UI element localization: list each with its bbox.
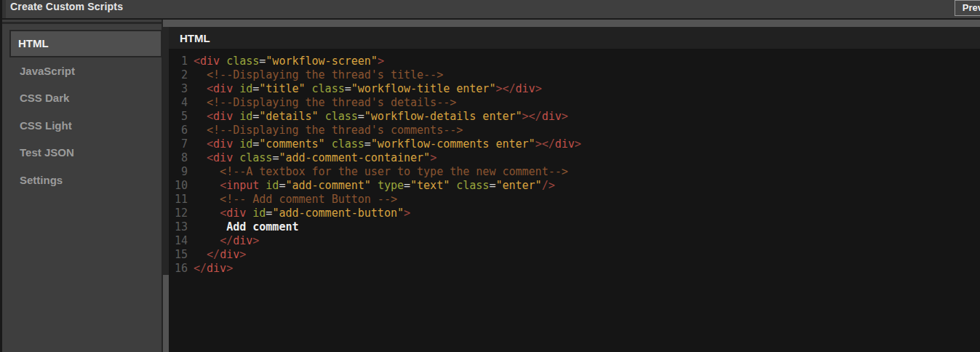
code-line-content: <div id="details" class="workflow-detail… xyxy=(194,110,568,124)
code-line[interactable]: 16</div> xyxy=(169,262,980,276)
sidebar-item-css-dark[interactable]: CSS Dark xyxy=(2,84,162,112)
line-number: 7 xyxy=(169,137,188,151)
line-number: 6 xyxy=(169,124,188,137)
code-line-content: <div id="title" class="workflow-title en… xyxy=(194,82,542,96)
sidebar-scrollbar[interactable] xyxy=(163,27,169,352)
code-line[interactable]: 12 <div id="add-comment-button"> xyxy=(169,207,980,220)
code-line-content: <div class="workflow-screen"> xyxy=(194,55,384,68)
line-number: 3 xyxy=(169,82,188,96)
line-number: 14 xyxy=(169,234,188,248)
sidebar: HTMLJavaScriptCSS DarkCSS LightTest JSON… xyxy=(2,20,163,352)
line-number: 4 xyxy=(169,96,188,110)
code-line-content: <div id="comments" class="workflow-comme… xyxy=(194,137,581,151)
line-number: 8 xyxy=(169,151,188,165)
sidebar-top-border xyxy=(2,22,162,24)
sidebar-item-label: CSS Light xyxy=(20,119,72,132)
code-line[interactable]: 11 <!-- Add comment Button --> xyxy=(169,193,980,207)
code-line[interactable]: 9 <!--A textbox for the user to type the… xyxy=(169,165,980,179)
sidebar-item-label: Test JSON xyxy=(20,146,74,159)
sidebar-item-label: Settings xyxy=(20,174,63,186)
line-number: 11 xyxy=(169,193,188,207)
sidebar-item-label: JavaScript xyxy=(20,65,75,77)
line-number: 2 xyxy=(169,68,188,82)
code-line-content: </div> xyxy=(194,234,259,248)
code-line-content: <div id="add-comment-button"> xyxy=(194,207,410,220)
topbar-left-shade xyxy=(2,0,6,18)
code-line[interactable]: 14 </div> xyxy=(169,234,980,248)
code-line[interactable]: 8 <div class="add-comment-container"> xyxy=(169,151,980,165)
code-line-content: <input id="add-comment" type="text" clas… xyxy=(194,179,555,193)
line-number: 10 xyxy=(169,179,188,193)
code-line-content: <!-- Add comment Button --> xyxy=(194,193,397,207)
sidebar-items: HTMLJavaScriptCSS DarkCSS LightTest JSON… xyxy=(2,30,162,193)
window-title: Create Custom Scripts xyxy=(10,1,123,12)
code-line-content: </div> xyxy=(194,248,246,262)
code-line[interactable]: 10 <input id="add-comment" type="text" c… xyxy=(169,179,980,193)
sidebar-item-settings[interactable]: Settings xyxy=(2,167,162,194)
sidebar-item-css-light[interactable]: CSS Light xyxy=(2,112,162,140)
sidebar-scrollbar-thumb[interactable] xyxy=(163,275,169,352)
code-line[interactable]: 4 <!--Displaying the thread's details--> xyxy=(169,96,980,110)
sidebar-item-javascript[interactable]: JavaScript xyxy=(2,57,162,85)
code-line[interactable]: 6 <!--Displaying the thread's comments--… xyxy=(169,124,980,137)
line-number: 12 xyxy=(169,207,188,220)
code-line[interactable]: 5 <div id="details" class="workflow-deta… xyxy=(169,110,980,124)
sidebar-item-html[interactable]: HTML xyxy=(9,30,162,57)
sidebar-item-label: HTML xyxy=(18,37,49,49)
code-line[interactable]: 13 Add comment xyxy=(169,220,980,234)
editor-panel-header: HTML xyxy=(169,27,980,49)
code-line[interactable]: 15 </div> xyxy=(169,248,980,262)
sidebar-item-label: CSS Dark xyxy=(20,92,69,104)
sidebar-item-test-json[interactable]: Test JSON xyxy=(2,139,162,167)
line-number: 9 xyxy=(169,165,188,179)
app: { "window": { "title": "Create Custom Sc… xyxy=(0,0,980,352)
code-line[interactable]: 1<div class="workflow-screen"> xyxy=(169,55,980,68)
code-line[interactable]: 2 <!--Displaying the thread's title--> xyxy=(169,68,980,82)
line-number: 15 xyxy=(169,248,188,262)
line-number: 13 xyxy=(169,220,188,234)
code-line-content: <!--A textbox for the user to type the n… xyxy=(194,165,568,179)
code-line-content: Add comment xyxy=(194,220,299,234)
code-line-content: <div class="add-comment-container"> xyxy=(194,151,437,165)
toolbar-strip xyxy=(163,20,980,27)
editor-panel-title: HTML xyxy=(180,32,210,44)
code-line[interactable]: 7 <div id="comments" class="workflow-com… xyxy=(169,137,980,151)
code-line-content: <!--Displaying the thread's comments--> xyxy=(194,124,463,137)
line-number: 5 xyxy=(169,110,188,124)
code-editor[interactable]: 1<div class="workflow-screen">2 <!--Disp… xyxy=(169,49,980,352)
line-number: 16 xyxy=(169,262,188,276)
editor-panel: HTML 1<div class="workflow-screen">2 <!-… xyxy=(169,27,980,352)
line-number: 1 xyxy=(169,55,188,68)
code-line[interactable]: 3 <div id="title" class="workflow-title … xyxy=(169,82,980,96)
preview-button[interactable]: Preview xyxy=(955,0,980,16)
top-bar: Create Custom Scripts Preview xyxy=(0,0,980,20)
code-line-content: <!--Displaying the thread's details--> xyxy=(194,96,456,110)
code-line-content: </div> xyxy=(194,262,233,276)
code-line-content: <!--Displaying the thread's title--> xyxy=(194,68,443,82)
